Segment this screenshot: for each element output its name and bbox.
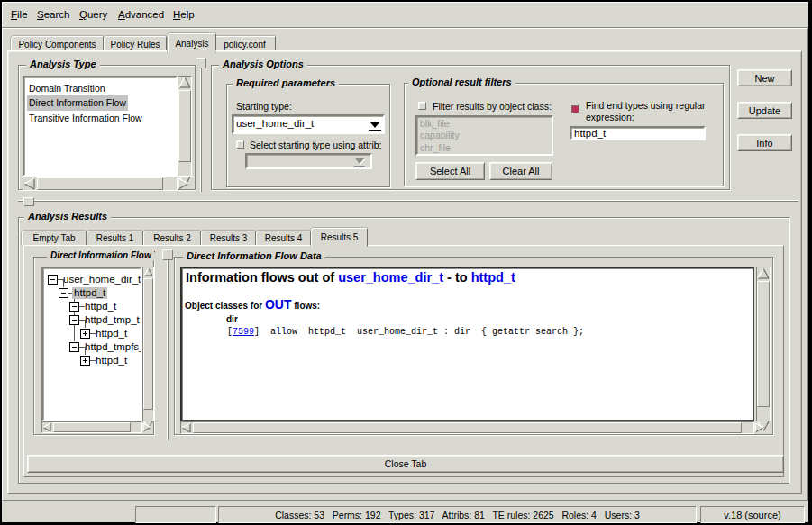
analysis-type-vscrollbar[interactable] bbox=[178, 76, 192, 177]
analysis-results-title: Analysis Results bbox=[24, 211, 111, 222]
flow-direction: OUT bbox=[265, 297, 292, 312]
tab-label: Results 2 bbox=[153, 233, 191, 243]
apol-window: File Search Query Advanced Help Policy C… bbox=[0, 0, 812, 525]
tree-data-sash-handle[interactable] bbox=[162, 249, 173, 260]
tree-data-sash-line bbox=[167, 249, 169, 440]
tree-node-label[interactable]: httpd_tmp_t bbox=[83, 314, 141, 326]
flow-tree-canvas[interactable]: user_home_dir_thttpd_thttpd_thttpd_tmp_t… bbox=[41, 267, 142, 421]
pane-sash-line bbox=[200, 58, 202, 192]
analysis-options-title: Analysis Options bbox=[219, 59, 307, 69]
tab-empty-tab[interactable]: Empty Tab bbox=[22, 231, 87, 245]
object-class-listbox-disabled: blk_file capability chr_file bbox=[415, 115, 553, 156]
attrib-checkbox[interactable] bbox=[236, 140, 244, 149]
flow-data-vscrollbar[interactable] bbox=[756, 267, 771, 421]
tab-results-3[interactable]: Results 3 bbox=[201, 231, 256, 245]
optional-result-filters-title: Optional result filters bbox=[408, 77, 515, 87]
results-sash-handle[interactable] bbox=[23, 197, 34, 206]
regex-checkbox-label: Find end types using regular expression: bbox=[586, 100, 714, 123]
analysis-type-hscrollbar[interactable] bbox=[23, 177, 178, 191]
flow-data-title: Direct Information Flow Data bbox=[183, 250, 325, 261]
tree-collapse-icon[interactable] bbox=[69, 315, 79, 325]
tree-collapse-icon[interactable] bbox=[69, 342, 79, 352]
subheading-text: flows: bbox=[292, 301, 321, 311]
scroll-thumb[interactable] bbox=[757, 281, 770, 407]
tab-label: Empty Tab bbox=[32, 233, 75, 243]
select-all-button[interactable]: Select All bbox=[415, 162, 485, 180]
required-parameters-title: Required parameters bbox=[233, 77, 339, 88]
tree-node-label[interactable]: httpd_t bbox=[94, 328, 129, 339]
analysis-type-listbox[interactable]: Domain Transition Direct Information Flo… bbox=[23, 76, 178, 177]
regex-checkbox[interactable] bbox=[571, 105, 579, 113]
list-item[interactable]: Transitive Information Flow bbox=[27, 111, 144, 125]
attrib-combobox-disabled bbox=[245, 153, 372, 169]
flow-tree-group: Direct Information Flow T user_home_dir_… bbox=[33, 257, 154, 435]
starting-type-label: Starting type: bbox=[236, 101, 292, 112]
results-sash-line bbox=[18, 200, 798, 202]
flow-data-textarea[interactable]: Information flows out of user_home_dir_t… bbox=[180, 267, 754, 421]
tab-results-1[interactable]: Results 1 bbox=[87, 231, 143, 245]
regex-entry[interactable]: httpd_t bbox=[570, 126, 706, 140]
tab-label: Results 1 bbox=[96, 233, 134, 243]
tab-label: Results 5 bbox=[321, 232, 359, 242]
info-button[interactable]: Info bbox=[737, 134, 792, 151]
update-button[interactable]: Update bbox=[737, 102, 792, 119]
tree-collapse-icon[interactable] bbox=[48, 275, 58, 285]
flow-tree-hscrollbar[interactable] bbox=[41, 421, 142, 433]
button-label: Clear All bbox=[503, 166, 540, 177]
combobox-arrow-icon[interactable] bbox=[370, 122, 380, 128]
tree-node-label[interactable]: user_home_dir_t bbox=[61, 274, 142, 285]
flow-tree-vscrollbar[interactable] bbox=[142, 267, 154, 421]
subheading-text: Object classes for bbox=[185, 301, 265, 311]
starting-type-combobox[interactable]: user_home_dir_t bbox=[232, 114, 385, 134]
tree-collapse-icon[interactable] bbox=[59, 288, 68, 298]
scroll-thumb[interactable] bbox=[53, 422, 131, 432]
tree-collapse-icon[interactable] bbox=[69, 302, 79, 312]
tree-node-label[interactable]: httpd_t bbox=[72, 287, 107, 299]
button-label: Info bbox=[756, 138, 772, 149]
scroll-thumb[interactable] bbox=[193, 422, 742, 433]
tree-node-label[interactable]: httpd_t bbox=[83, 301, 118, 312]
filter-object-class-checkbox[interactable] bbox=[418, 102, 426, 110]
tree-expand-icon[interactable] bbox=[80, 329, 90, 339]
regex-entry-value: httpd_t bbox=[574, 128, 606, 139]
scroll-thumb[interactable] bbox=[178, 90, 191, 162]
list-item-selected[interactable]: Direct Information Flow bbox=[27, 95, 128, 110]
combobox-arrow-disabled-icon bbox=[355, 158, 364, 164]
close-tab-button[interactable]: Close Tab bbox=[27, 455, 784, 473]
scroll-thumb[interactable] bbox=[143, 278, 153, 410]
starting-type-value: user_home_dir_t bbox=[236, 118, 314, 129]
flow-object-class: dir bbox=[226, 314, 238, 324]
tab-results-5[interactable]: Results 5 bbox=[311, 228, 368, 247]
list-item[interactable]: Domain Transition bbox=[27, 81, 107, 95]
rule-number-link[interactable]: 7599 bbox=[233, 327, 254, 337]
flow-data-hscrollbar[interactable] bbox=[180, 421, 754, 434]
scroll-thumb[interactable] bbox=[37, 177, 163, 190]
combobox-arrow-disabled-underline bbox=[354, 166, 365, 167]
button-label: Update bbox=[749, 105, 780, 116]
analysis-type-title: Analysis Type bbox=[26, 59, 100, 69]
tab-results-4[interactable]: Results 4 bbox=[256, 231, 311, 245]
heading-text: - to bbox=[443, 270, 471, 285]
flow-tree-title: Direct Information Flow T bbox=[47, 250, 155, 260]
list-item-label: Domain Transition bbox=[29, 83, 105, 94]
combobox-arrow-underline bbox=[369, 130, 381, 131]
analysis-options-group: Analysis Options Required parameters Sta… bbox=[211, 65, 730, 190]
list-item-disabled: chr_file bbox=[420, 142, 552, 154]
tab-label: Results 4 bbox=[265, 233, 303, 243]
optional-result-filters-group: Optional result filters Filter results b… bbox=[404, 83, 724, 186]
filter-object-class-label: Filter results by object class: bbox=[433, 101, 552, 112]
flow-source-type: user_home_dir_t bbox=[338, 270, 443, 285]
tree-node-label[interactable]: httpd_tmpfs_ bbox=[83, 341, 142, 353]
list-item-label: Transitive Information Flow bbox=[29, 113, 142, 123]
tab-label: Results 3 bbox=[210, 233, 248, 243]
new-button[interactable]: New bbox=[737, 69, 792, 86]
heading-text: Information flows out of bbox=[186, 270, 338, 285]
tree-node-label[interactable]: httpd_t bbox=[94, 355, 129, 367]
tab-results-2[interactable]: Results 2 bbox=[143, 231, 201, 245]
pane-sash-handle[interactable] bbox=[196, 58, 206, 68]
list-item-disabled: capability bbox=[420, 130, 552, 141]
tree-expand-icon[interactable] bbox=[80, 356, 90, 366]
flow-target-type: httpd_t bbox=[471, 270, 515, 285]
attrib-checkbox-label: Select starting type using attrib: bbox=[250, 140, 382, 150]
clear-all-button[interactable]: Clear All bbox=[489, 162, 552, 180]
